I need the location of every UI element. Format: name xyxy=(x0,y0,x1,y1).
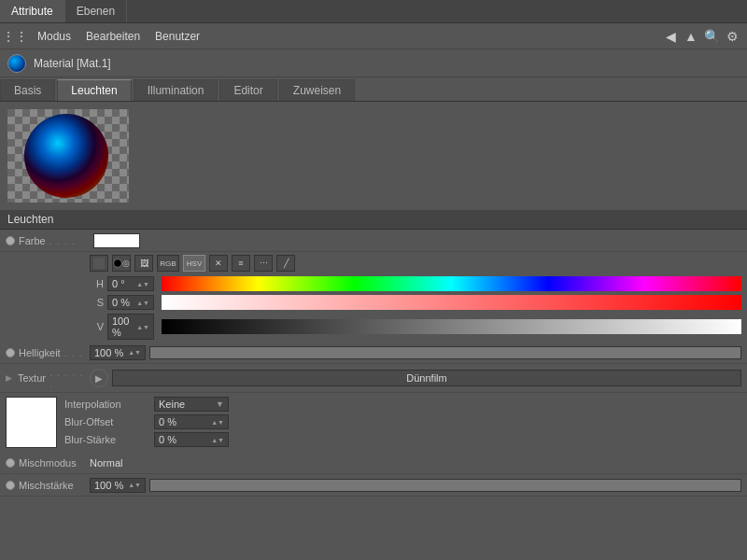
helligkeit-spinner[interactable]: ▲▼ xyxy=(128,349,141,356)
helligkeit-value-input[interactable]: 100 % ▲▼ xyxy=(90,345,146,360)
value-spinner[interactable]: ▲▼ xyxy=(136,324,149,330)
helligkeit-label: Helligkeit . . . xyxy=(6,347,90,358)
ct-x-icon[interactable]: ✕ xyxy=(209,255,228,272)
saturation-value-input[interactable]: 0 % ▲▼ xyxy=(107,295,154,310)
tab-ebenen[interactable]: Ebenen xyxy=(65,0,127,22)
blur-starke-input[interactable]: 0 % ▲▼ xyxy=(154,432,229,447)
ct-wheel-icon[interactable]: ◎ xyxy=(112,255,131,272)
material-header: Material [Mat.1] xyxy=(0,49,747,77)
saturation-row: S 0 % ▲▼ xyxy=(0,293,747,312)
preview-area xyxy=(0,102,747,209)
material-name: Material [Mat.1] xyxy=(34,57,111,70)
top-tab-bar: Attribute Ebenen xyxy=(0,0,747,23)
textur-expand-icon: ▶ xyxy=(6,373,12,383)
tab-attribute[interactable]: Attribute xyxy=(0,0,65,22)
texture-thumbnail xyxy=(6,397,57,448)
hue-spinner[interactable]: ▲▼ xyxy=(136,281,149,287)
textur-dots: . . . . . . xyxy=(49,367,90,389)
menu-modus[interactable]: Modus xyxy=(37,30,71,43)
mischmodus-row: Mischmodus Normal xyxy=(0,452,747,474)
color-toolbar: ◎ 🖼 RGB HSV ✕ ≡ ⋯ ╱ xyxy=(0,252,747,274)
interpolation-arrow: ▼ xyxy=(216,399,224,409)
section-header-leuchten: Leuchten xyxy=(0,209,747,230)
ct-hsv-icon[interactable]: HSV xyxy=(183,255,205,272)
mischmodus-value[interactable]: Normal xyxy=(90,457,122,469)
arrow-right-icon[interactable]: ▲ xyxy=(684,29,698,44)
saturation-label: S xyxy=(90,297,104,308)
material-preview-ball xyxy=(7,54,26,73)
property-tabs: Basis Leuchten Illumination Editor Zuwei… xyxy=(0,77,747,102)
texture-panel: Interpolation Keine ▼ Blur-Offset 0 % ▲▼… xyxy=(0,393,747,452)
helligkeit-row: Helligkeit . . . 100 % ▲▼ xyxy=(0,342,747,364)
value-row: V 100 % ▲▼ xyxy=(0,312,747,342)
search-icon[interactable]: 🔍 xyxy=(704,29,719,44)
menu-bearbeiten[interactable]: Bearbeiten xyxy=(86,30,140,43)
ct-image-icon[interactable]: 🖼 xyxy=(134,255,153,272)
ct-bars-icon[interactable]: ≡ xyxy=(232,255,250,272)
farbe-label: Farbe . . . . xyxy=(6,235,90,246)
farbe-radio[interactable] xyxy=(6,236,15,245)
mischmodus-label: Mischmodus xyxy=(6,457,90,469)
blur-offset-input[interactable]: 0 % ▲▼ xyxy=(154,414,229,429)
hue-value-input[interactable]: 0 ° ▲▼ xyxy=(107,276,154,291)
tab-illumination[interactable]: Illumination xyxy=(134,79,218,101)
farbe-row: Farbe . . . . xyxy=(0,230,747,252)
grid-icon[interactable]: ⋮⋮ xyxy=(7,29,22,44)
farbe-color-preview[interactable] xyxy=(93,233,140,248)
saturation-spinner[interactable]: ▲▼ xyxy=(136,300,149,306)
value-bar[interactable] xyxy=(162,319,741,334)
helligkeit-radio[interactable] xyxy=(6,348,15,357)
mischstärke-slider[interactable] xyxy=(149,479,741,492)
ct-spectrum-icon[interactable] xyxy=(90,255,108,272)
svg-rect-0 xyxy=(93,258,105,269)
saturation-bar[interactable] xyxy=(162,295,741,310)
value-label: V xyxy=(90,321,104,332)
textur-name-button[interactable]: Dünnfilm xyxy=(112,370,741,386)
svg-point-2 xyxy=(114,259,122,268)
mischstärke-radio[interactable] xyxy=(6,481,15,490)
mischmodus-radio[interactable] xyxy=(6,458,15,468)
preview-box xyxy=(7,109,129,203)
interpolation-select[interactable]: Keine ▼ xyxy=(154,397,229,412)
value-value-input[interactable]: 100 % ▲▼ xyxy=(107,314,154,340)
farbe-dots: . . . . xyxy=(49,235,76,246)
ct-dots-icon[interactable]: ⋯ xyxy=(254,255,273,272)
material-sphere-preview xyxy=(24,114,108,198)
mischstärke-slider-fill xyxy=(150,480,740,491)
hue-bar[interactable] xyxy=(162,276,741,291)
hue-row: H 0 ° ▲▼ xyxy=(0,274,747,293)
helligkeit-slider[interactable] xyxy=(149,346,741,359)
tab-leuchten[interactable]: Leuchten xyxy=(57,79,131,101)
textur-play-button[interactable]: ▶ xyxy=(90,369,108,387)
hue-label: H xyxy=(90,278,104,289)
settings-icon[interactable]: ⚙ xyxy=(725,29,740,44)
menu-benutzer[interactable]: Benutzer xyxy=(155,30,200,43)
blur-starke-row: Blur-Stärke 0 % ▲▼ xyxy=(64,432,741,447)
blur-offset-label: Blur-Offset xyxy=(64,416,148,427)
textur-label: ▶ Textur . . . . . . xyxy=(6,367,90,389)
interpolation-label: Interpolation xyxy=(64,399,148,410)
ct-picker-icon[interactable]: ╱ xyxy=(276,255,295,272)
helligkeit-slider-fill xyxy=(150,347,740,358)
texture-properties: Interpolation Keine ▼ Blur-Offset 0 % ▲▼… xyxy=(64,397,741,448)
ct-rgb-icon[interactable]: RGB xyxy=(157,255,179,272)
mischstärke-spinner[interactable]: ▲▼ xyxy=(128,482,141,488)
blur-starke-spinner[interactable]: ▲▼ xyxy=(211,437,224,443)
interpolation-row: Interpolation Keine ▼ xyxy=(64,397,741,412)
tab-basis[interactable]: Basis xyxy=(0,79,55,101)
mischstärke-value-input[interactable]: 100 % ▲▼ xyxy=(90,478,146,493)
mischstärke-row: Mischstärke 100 % ▲▼ xyxy=(0,474,747,497)
blur-offset-spinner[interactable]: ▲▼ xyxy=(211,419,224,426)
blur-starke-label: Blur-Stärke xyxy=(64,434,148,445)
tab-editor[interactable]: Editor xyxy=(219,79,276,101)
textur-row: ▶ Textur . . . . . . ▶ Dünnfilm xyxy=(0,364,747,393)
helligkeit-dots: . . . xyxy=(64,347,83,358)
menu-bar: ⋮⋮ Modus Bearbeiten Benutzer ◀ ▲ 🔍 ⚙ xyxy=(0,23,747,49)
arrow-left-icon[interactable]: ◀ xyxy=(663,29,678,44)
mischstärke-label: Mischstärke xyxy=(6,480,90,491)
blur-offset-row: Blur-Offset 0 % ▲▼ xyxy=(64,414,741,429)
tab-zuweisen[interactable]: Zuweisen xyxy=(279,79,355,101)
